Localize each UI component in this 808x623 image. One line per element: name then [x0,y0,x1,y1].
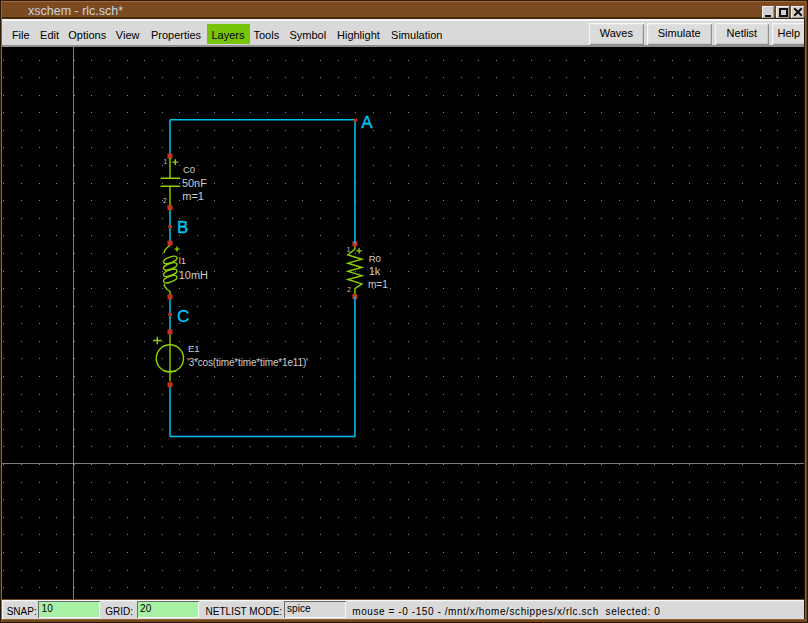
svg-text:2: 2 [163,197,167,204]
svg-text:l1: l1 [179,255,186,266]
svg-text:A: A [361,113,373,132]
svg-text:m=1: m=1 [368,279,388,290]
svg-text:1: 1 [347,246,351,253]
svg-text:E1: E1 [188,343,200,354]
svg-text:'3*cos(time*time*time*1e11)': '3*cos(time*time*time*1e11)' [187,357,308,368]
svg-text:C0: C0 [183,164,195,175]
svg-text:B: B [177,218,188,237]
svg-text:R0: R0 [369,253,381,264]
svg-text:m=1: m=1 [183,190,205,202]
svg-text:C: C [177,306,189,325]
svg-text:1k: 1k [369,265,381,277]
svg-text:50nF: 50nF [182,177,207,189]
svg-text:10mH: 10mH [179,268,208,280]
svg-text:1: 1 [164,158,168,165]
svg-text:2: 2 [348,286,352,293]
